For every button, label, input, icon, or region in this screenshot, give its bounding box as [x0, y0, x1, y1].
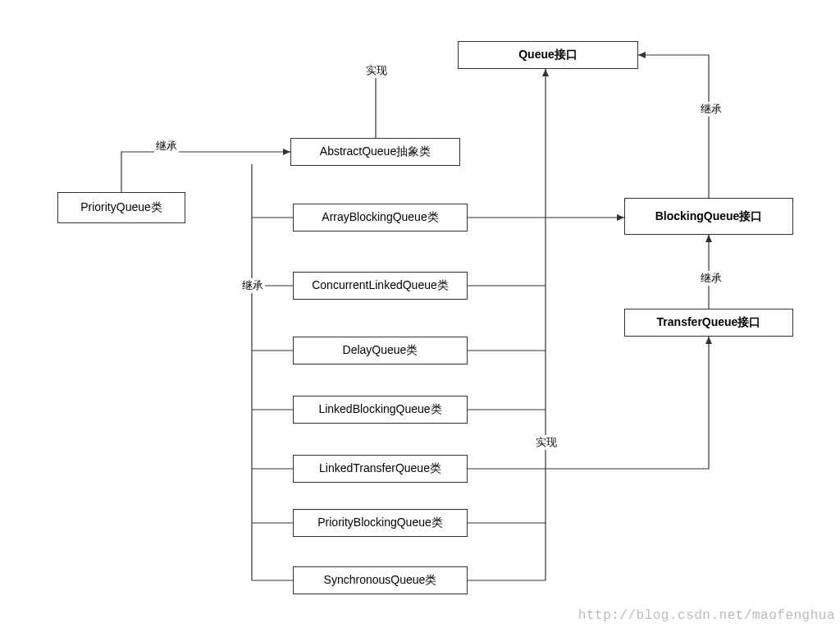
edge-label-extends: 继承 — [240, 278, 265, 293]
node-label: LinkedTransferQueue类 — [319, 461, 441, 476]
node-blocking-queue-interface: BlockingQueue接口 — [624, 198, 793, 235]
node-linked-blocking-queue: LinkedBlockingQueue类 — [293, 396, 468, 424]
node-transfer-queue-interface: TransferQueue接口 — [624, 309, 793, 337]
node-delay-queue: DelayQueue类 — [293, 337, 468, 364]
node-label: AbstractQueue抽象类 — [320, 144, 431, 159]
edge-label-implements: 实现 — [364, 63, 389, 78]
node-abstract-queue: AbstractQueue抽象类 — [290, 138, 460, 166]
edge-label-extends: 继承 — [154, 139, 179, 154]
edge-label-extends: 继承 — [699, 271, 724, 286]
edge-label-implements: 实现 — [534, 435, 559, 450]
node-array-blocking-queue: ArrayBlockingQueue类 — [293, 204, 468, 231]
node-label: ConcurrentLinkedQueue类 — [312, 278, 449, 293]
node-label: DelayQueue类 — [343, 343, 418, 358]
watermark-text: http://blog.csdn.net/maofenghua — [578, 608, 835, 623]
edge-label-extends: 继承 — [699, 102, 724, 117]
node-label: PriorityQueue类 — [80, 200, 162, 215]
node-linked-transfer-queue: LinkedTransferQueue类 — [293, 455, 468, 483]
node-concurrent-linked-queue: ConcurrentLinkedQueue类 — [293, 272, 468, 300]
node-label: PriorityBlockingQueue类 — [317, 516, 443, 530]
node-label: Queue接口 — [518, 48, 578, 62]
node-priority-queue: PriorityQueue类 — [57, 192, 185, 223]
node-queue-interface: Queue接口 — [458, 41, 638, 69]
node-synchronous-queue: SynchronousQueue类 — [293, 566, 468, 594]
node-priority-blocking-queue: PriorityBlockingQueue类 — [293, 509, 468, 537]
node-label: ArrayBlockingQueue类 — [322, 210, 438, 225]
node-label: SynchronousQueue类 — [324, 573, 437, 588]
node-label: TransferQueue接口 — [657, 315, 761, 330]
node-label: LinkedBlockingQueue类 — [318, 402, 441, 417]
node-label: BlockingQueue接口 — [655, 209, 763, 224]
